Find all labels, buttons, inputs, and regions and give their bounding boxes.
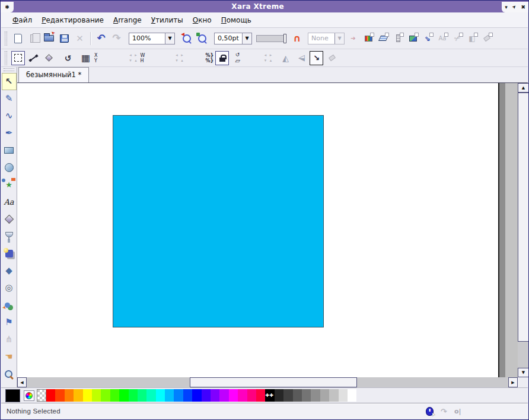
document-tab[interactable]: безымянный1 * [18,67,89,82]
color-swatch-ff0080[interactable] [247,389,256,402]
color-swatch-ffbf00[interactable] [74,389,82,402]
shadow-tool[interactable] [2,245,17,262]
zoom-combo[interactable]: 100% ▼ [129,33,175,44]
close-button[interactable]: ✖ [521,2,525,12]
color-swatch-4000ff[interactable] [202,389,211,402]
new-document-button[interactable] [11,31,25,46]
color-swatch-e0e0e0[interactable] [339,389,348,402]
layer-gallery-button[interactable] [377,33,390,44]
menu-utilities[interactable]: Утилиты [147,14,187,26]
menu-window[interactable]: Окно [189,14,216,26]
edit-handles-button[interactable] [27,51,40,65]
color-swatch-0040ff[interactable] [183,389,192,402]
color-swatch-80ff00[interactable] [101,389,110,402]
push-tool[interactable]: ☚ [2,348,17,365]
pen-tool[interactable]: ✒ [2,125,17,142]
rotate-skew-button[interactable]: ↺▱ [231,51,244,65]
color-swatch-black[interactable]: ✚✚ [265,389,274,402]
drawn-rectangle-shape[interactable] [113,115,324,327]
color-swatch-0000ff[interactable] [192,389,201,402]
horizontal-scrollbar[interactable]: ◀ ▶ [17,377,518,387]
titlebar[interactable]: ✱ Xara Xtreme ▾ ➤ ✖ [1,1,528,12]
name-tag-button[interactable] [325,51,339,65]
color-swatch-bf00ff[interactable] [219,389,228,402]
feather-slider-handle[interactable] [283,34,286,43]
color-swatch-ff4000[interactable] [55,389,64,402]
scroll-down-button[interactable]: ▼ [518,368,529,377]
snap-to-objects-button[interactable]: ∩ [290,31,304,46]
color-swatch-ff0040[interactable] [256,389,265,402]
menu-help[interactable]: Помощь [217,14,256,26]
grid-snap-button[interactable]: ▦ [79,51,93,65]
color-swatch-5a5a5a[interactable] [293,389,302,402]
color-swatch-ff00bf[interactable] [238,389,247,402]
feather-flyout-button[interactable]: ➔ [346,31,360,46]
minimize-button[interactable]: ▾ [505,2,508,12]
scroll-right-button[interactable]: ▶ [508,377,518,387]
selector-tool[interactable]: ↖ [2,73,17,90]
name-gallery-button[interactable] [480,33,493,44]
color-swatch-40ff00[interactable] [110,389,119,402]
ellipse-tool[interactable] [2,159,17,176]
color-swatch-ffff00[interactable] [83,389,92,402]
canvas[interactable] [17,83,498,377]
color-swatch-0080ff[interactable] [174,389,183,402]
toolbox-grip[interactable] [4,68,14,71]
fill-gallery-button[interactable]: ◧ [466,33,479,44]
zoom-dropdown-button[interactable]: ▼ [165,33,174,44]
color-swatch-8000ff[interactable] [211,389,219,402]
toolbar-grip[interactable] [5,31,7,46]
line-width-value[interactable]: 0,50pt [215,33,242,44]
color-swatch-262626[interactable] [275,389,283,402]
line-width-dropdown-button[interactable]: ▼ [242,33,251,44]
color-gallery-button[interactable] [362,33,375,44]
quickshape-tool[interactable]: ★ [2,176,17,193]
zoom-value[interactable]: 100% [129,33,165,44]
color-swatch-747474[interactable] [302,389,311,402]
menu-file[interactable]: Файл [8,14,36,26]
feather-value[interactable]: None [308,33,334,44]
show-object-handles-button[interactable]: ↘ [310,51,323,65]
color-swatch-404040[interactable] [283,389,292,402]
clipart-gallery-button[interactable]: ✂ [451,33,464,44]
color-swatch-a8a8a8[interactable] [320,389,329,402]
rectangle-tool[interactable] [2,142,17,159]
rotate-mode-button[interactable]: ↺ [61,51,75,65]
previous-zoom-button[interactable] [180,31,193,46]
contour-tool[interactable]: ◎ [2,279,17,297]
duplicate-button[interactable] [27,31,40,46]
color-swatch-8e8e8e[interactable] [311,389,320,402]
no-color-swatch[interactable] [37,389,46,402]
nudge-pad-position[interactable]: ◂▸▾▴ [128,53,138,63]
color-swatch-ffffff[interactable] [348,389,356,402]
color-swatch-00ff40[interactable] [129,389,138,402]
live-effects-tool[interactable]: ⋔ [2,331,17,348]
save-button[interactable] [58,31,71,46]
menu-arrange[interactable]: Arrange [109,14,146,26]
marquee-select-button[interactable] [11,51,25,65]
color-editor-button[interactable] [24,390,34,401]
frame-gallery-button[interactable] [391,33,404,44]
mould-tool[interactable]: ⚑ [2,314,17,331]
color-swatch-00ff00[interactable] [119,389,128,402]
fill-tool[interactable] [2,211,17,228]
delete-button[interactable]: ✕ [73,31,87,46]
bevel-tool[interactable]: ◆ [2,262,17,279]
zoom-tool[interactable] [2,365,17,383]
vertical-scrollbar-thumb[interactable] [518,93,529,342]
lock-aspect-button[interactable] [215,51,229,65]
undo-button[interactable]: ↶ [94,31,108,46]
scroll-left-button[interactable]: ◀ [17,377,27,387]
blend-tool[interactable] [2,297,17,314]
toolbar-grip[interactable] [5,51,7,65]
scroll-up-button[interactable]: ▲ [518,83,529,93]
color-swatch-00ff80[interactable] [138,389,146,402]
feather-combo[interactable]: None ▼ [308,33,345,44]
apply-attributes-button[interactable] [42,51,56,65]
redo-button[interactable]: ↷ [110,31,123,46]
shape-editor-tool[interactable]: ∿ [2,107,17,125]
window-menu-button[interactable]: ✱ [1,2,14,12]
color-swatch-ff0000[interactable] [46,389,55,402]
feather-slider[interactable] [256,35,286,42]
color-swatch-c2c2c2[interactable] [329,389,338,402]
